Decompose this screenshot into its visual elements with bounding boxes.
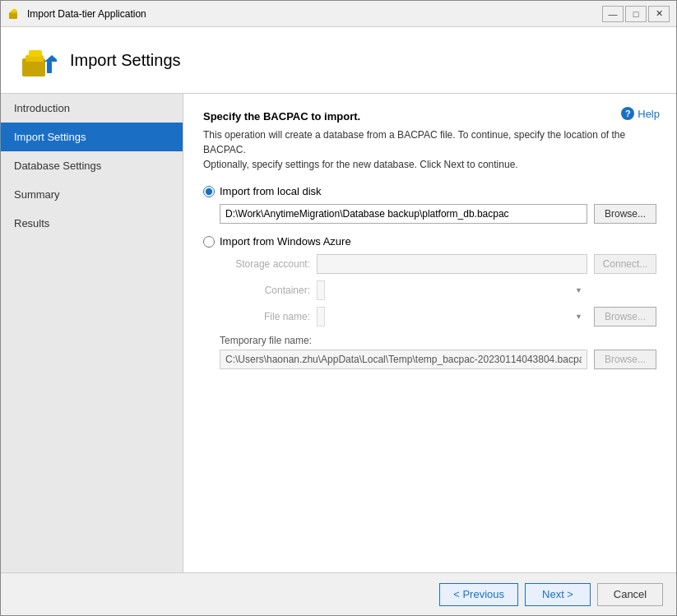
local-file-row: Browse... [220, 204, 656, 224]
local-disk-radio[interactable] [203, 186, 215, 197]
file-name-select-wrapper [317, 307, 587, 327]
svg-rect-0 [9, 12, 17, 19]
main-area: Introduction Import Settings Database Se… [1, 94, 676, 572]
import-source-group: Import from local disk Browse... Import … [203, 185, 656, 327]
file-name-select [317, 307, 325, 327]
storage-account-row: Storage account: Connect... [220, 254, 656, 274]
main-window: Import Data-tier Application — □ ✕ Impor… [0, 0, 677, 616]
local-file-input[interactable] [220, 204, 587, 224]
temp-browse-button: Browse... [594, 350, 656, 369]
desc-line1: This operation will create a database fr… [203, 129, 625, 155]
content-area: ? Help Specify the BACPAC to import. Thi… [183, 94, 676, 572]
local-disk-radio-label[interactable]: Import from local disk [203, 185, 656, 197]
footer: < Previous Next > Cancel [1, 572, 676, 615]
svg-marker-7 [44, 55, 57, 62]
close-button[interactable]: ✕ [648, 6, 670, 22]
file-name-row: File name: Browse... [220, 307, 656, 327]
next-button[interactable]: Next > [525, 583, 591, 606]
cancel-button[interactable]: Cancel [597, 583, 663, 606]
help-label: Help [638, 108, 660, 120]
connect-button: Connect... [594, 254, 656, 274]
section-title: Specify the BACPAC to import. [203, 110, 656, 123]
section-desc: This operation will create a database fr… [203, 127, 656, 172]
container-label: Container: [220, 285, 310, 296]
sidebar-item-import-settings[interactable]: Import Settings [1, 123, 183, 151]
container-select [317, 280, 325, 300]
azure-radio-label[interactable]: Import from Windows Azure [203, 235, 656, 248]
azure-label: Import from Windows Azure [220, 235, 351, 248]
help-link[interactable]: ? Help [621, 107, 660, 120]
previous-button[interactable]: < Previous [439, 583, 518, 606]
svg-rect-5 [29, 50, 42, 57]
minimize-button[interactable]: — [602, 6, 624, 22]
sidebar-item-summary[interactable]: Summary [1, 180, 183, 209]
title-bar-left: Import Data-tier Application [7, 7, 146, 21]
desc-line2: Optionally, specify settings for the new… [203, 159, 518, 170]
local-disk-label: Import from local disk [220, 185, 322, 197]
sidebar: Introduction Import Settings Database Se… [1, 94, 183, 572]
storage-account-input [317, 254, 587, 274]
temp-file-row: Browse... [220, 350, 656, 369]
azure-radio[interactable] [203, 236, 215, 248]
file-browse-button: Browse... [594, 307, 656, 327]
svg-rect-6 [47, 62, 52, 73]
container-row: Container: [220, 280, 656, 300]
help-icon: ? [621, 107, 634, 120]
file-name-label: File name: [220, 311, 310, 322]
temp-file-label: Temporary file name: [220, 335, 656, 346]
temp-file-input [220, 350, 587, 369]
sidebar-item-results[interactable]: Results [1, 209, 183, 238]
header-area: Import Settings [1, 27, 676, 94]
sidebar-item-introduction[interactable]: Introduction [1, 94, 183, 123]
sidebar-item-database-settings[interactable]: Database Settings [1, 151, 183, 180]
azure-section: Storage account: Connect... Container: F… [220, 254, 656, 327]
window-title: Import Data-tier Application [27, 8, 146, 20]
maximize-button[interactable]: □ [625, 6, 647, 22]
app-icon [7, 7, 21, 21]
storage-account-label: Storage account: [220, 258, 310, 270]
container-select-wrapper [317, 280, 587, 300]
temp-file-section: Temporary file name: Browse... [220, 335, 656, 369]
local-browse-button[interactable]: Browse... [594, 204, 656, 224]
title-bar: Import Data-tier Application — □ ✕ [1, 1, 676, 27]
svg-rect-2 [12, 9, 16, 12]
window-controls: — □ ✕ [602, 6, 670, 22]
header-icon [17, 40, 57, 80]
page-title: Import Settings [70, 51, 181, 70]
